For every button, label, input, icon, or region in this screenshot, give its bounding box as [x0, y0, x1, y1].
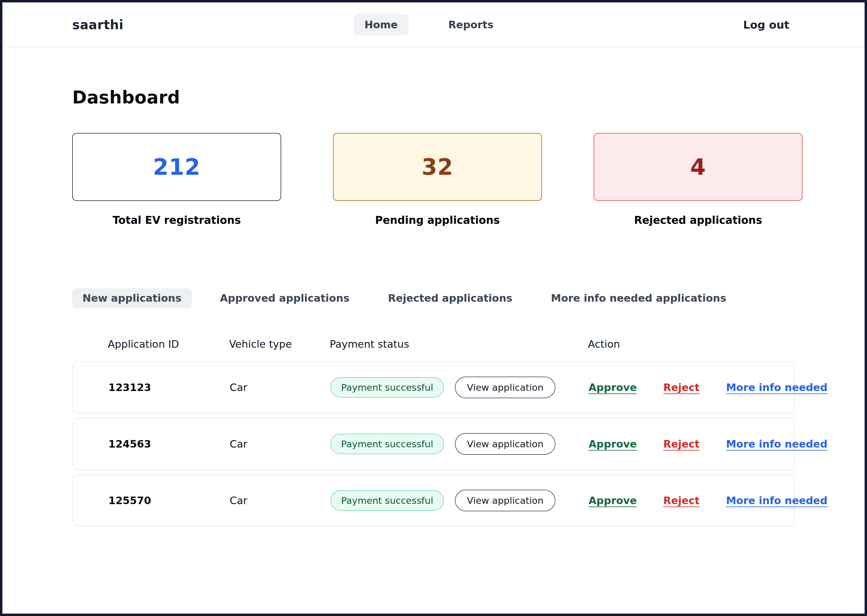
tab-more-info-needed-applications[interactable]: More info needed applications: [541, 288, 736, 308]
approve-link[interactable]: Approve: [588, 495, 637, 506]
tab-approved-applications[interactable]: Approved applications: [210, 288, 360, 308]
application-id: 125570: [109, 495, 230, 506]
header-application-id: Application ID: [108, 338, 229, 350]
vehicle-type: Car: [230, 495, 330, 506]
header-vehicle-type: Vehicle type: [229, 338, 329, 350]
nav-links: Home Reports: [354, 14, 504, 36]
application-tabs: New applications Approved applications R…: [72, 288, 795, 308]
stat-rejected-applications: 4 Rejected applications: [594, 133, 802, 226]
more-info-needed-link[interactable]: More info needed: [726, 381, 828, 393]
header-payment-status: Payment status: [329, 338, 454, 350]
stat-card: 32: [333, 133, 542, 201]
payment-status-badge: Payment successful: [330, 490, 444, 511]
row-actions: Approve Reject More info needed: [588, 381, 827, 393]
application-id: 123123: [109, 381, 230, 393]
payment-status-badge: Payment successful: [330, 434, 444, 454]
logout-button[interactable]: Log out: [743, 19, 789, 31]
row-actions: Approve Reject More info needed: [588, 495, 827, 506]
nav-item-home[interactable]: Home: [354, 14, 408, 36]
table-row: 124563 Car Payment successful View appli…: [72, 418, 795, 470]
stat-cards: 212 Total EV registrations 32 Pending ap…: [72, 133, 795, 226]
row-actions: Approve Reject More info needed: [588, 438, 827, 450]
table-row: 125570 Car Payment successful View appli…: [72, 475, 795, 526]
stat-total-ev-registrations: 212 Total EV registrations: [72, 133, 281, 226]
reject-link[interactable]: Reject: [663, 381, 699, 393]
tab-rejected-applications[interactable]: Rejected applications: [378, 288, 523, 308]
stat-card: 212: [72, 133, 281, 201]
stat-label: Pending applications: [333, 214, 542, 226]
table-body: 123123 Car Payment successful View appli…: [72, 361, 795, 526]
view-application-button[interactable]: View application: [455, 433, 555, 455]
stat-value: 212: [153, 154, 200, 180]
payment-status-cell: Payment successful: [330, 490, 455, 511]
payment-status-cell: Payment successful: [330, 434, 455, 454]
applications-table: Application ID Vehicle type Payment stat…: [72, 338, 795, 526]
view-application-cell: View application: [455, 377, 588, 398]
header-action: Action: [588, 338, 795, 350]
reject-link[interactable]: Reject: [663, 438, 699, 450]
screenshot-frame: saarthi Home Reports Log out Dashboard 2…: [0, 0, 867, 616]
stat-pending-applications: 32 Pending applications: [333, 133, 542, 226]
stat-value: 4: [690, 154, 706, 180]
stat-value: 32: [422, 154, 453, 180]
brand-logo: saarthi: [72, 17, 123, 32]
more-info-needed-link[interactable]: More info needed: [726, 495, 828, 506]
view-application-cell: View application: [455, 490, 588, 511]
payment-status-badge: Payment successful: [330, 377, 444, 398]
view-application-button[interactable]: View application: [455, 490, 555, 511]
vehicle-type: Car: [230, 381, 330, 393]
table-row: 123123 Car Payment successful View appli…: [72, 361, 795, 413]
stat-label: Rejected applications: [594, 214, 802, 226]
page-title: Dashboard: [72, 87, 795, 108]
view-application-button[interactable]: View application: [455, 377, 555, 398]
app-page: saarthi Home Reports Log out Dashboard 2…: [2, 2, 865, 614]
vehicle-type: Car: [230, 438, 330, 450]
tab-new-applications[interactable]: New applications: [72, 288, 192, 308]
approve-link[interactable]: Approve: [588, 438, 637, 450]
stat-label: Total EV registrations: [72, 214, 281, 226]
view-application-cell: View application: [455, 433, 588, 455]
stat-card: 4: [594, 133, 802, 201]
approve-link[interactable]: Approve: [588, 381, 637, 393]
table-header: Application ID Vehicle type Payment stat…: [72, 338, 795, 350]
nav-item-reports[interactable]: Reports: [437, 14, 504, 36]
main-content: Dashboard 212 Total EV registrations 32 …: [2, 87, 865, 526]
application-id: 124563: [109, 438, 230, 450]
more-info-needed-link[interactable]: More info needed: [726, 438, 828, 450]
top-navbar: saarthi Home Reports Log out: [2, 2, 865, 47]
payment-status-cell: Payment successful: [330, 377, 455, 398]
reject-link[interactable]: Reject: [663, 495, 699, 506]
